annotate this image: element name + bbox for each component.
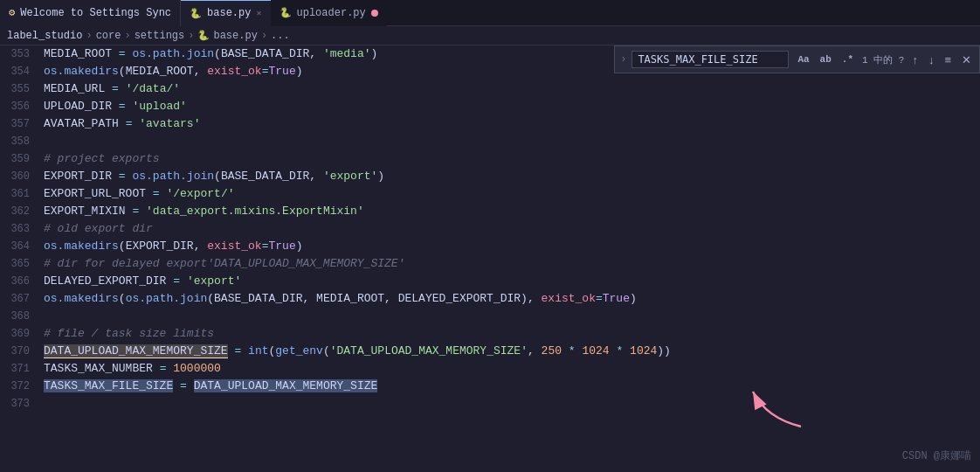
breadcrumb-part-3[interactable]: settings bbox=[135, 30, 185, 42]
tab-uploader-py[interactable]: 🐍 uploader.py bbox=[271, 0, 387, 26]
tab-welcome[interactable]: ⚙ Welcome to Settings Sync bbox=[0, 0, 181, 26]
find-prev-btn[interactable]: ↑ bbox=[909, 53, 921, 66]
table-row: 358 bbox=[0, 133, 980, 150]
table-row: 355 MEDIA_URL = '/data/' bbox=[0, 80, 980, 98]
table-row: 371 TASKS_MAX_NUMBER = 1000000 bbox=[0, 360, 980, 378]
breadcrumb-sep-4: › bbox=[261, 30, 267, 42]
breadcrumb-py-icon: 🐍 bbox=[197, 30, 210, 41]
breadcrumb-part-2[interactable]: core bbox=[96, 30, 121, 42]
tab-uploader-py-label: uploader.py bbox=[297, 7, 366, 19]
find-regex[interactable]: .* bbox=[839, 52, 857, 66]
find-input[interactable] bbox=[631, 51, 789, 68]
table-row: 368 bbox=[0, 308, 980, 325]
breadcrumb-sep-3: › bbox=[188, 30, 194, 42]
code-editor[interactable]: 353 MEDIA_ROOT = os.path.join(BASE_DATA_… bbox=[0, 45, 980, 472]
breadcrumb: label_studio › core › settings › 🐍 base.… bbox=[0, 26, 980, 45]
find-chevron: › bbox=[620, 53, 626, 66]
find-next-btn[interactable]: ↓ bbox=[926, 53, 937, 66]
find-case-sensitive[interactable]: Aa bbox=[794, 52, 812, 66]
table-row: 373 bbox=[0, 395, 980, 413]
find-close-btn[interactable]: ✕ bbox=[959, 53, 974, 66]
breadcrumb-sep-2: › bbox=[124, 30, 130, 42]
table-row: 365 # dir for delayed export'DATA_UPLOAD… bbox=[0, 255, 980, 273]
tab-base-py-label: base.py bbox=[207, 7, 251, 19]
table-row: 370 DATA_UPLOAD_MAX_MEMORY_SIZE = int(ge… bbox=[0, 343, 980, 360]
find-list-btn[interactable]: ≡ bbox=[942, 53, 954, 66]
welcome-icon: ⚙ bbox=[9, 6, 15, 19]
breadcrumb-part-5: ... bbox=[271, 30, 290, 42]
table-row: 359 # project exports bbox=[0, 150, 980, 168]
tab-welcome-label: Welcome to Settings Sync bbox=[20, 7, 171, 19]
table-row: 362 EXPORT_MIXIN = 'data_export.mixins.E… bbox=[0, 203, 980, 220]
table-row: 364 os.makedirs(EXPORT_DIR, exist_ok=Tru… bbox=[0, 238, 980, 255]
table-row: 363 # old export dir bbox=[0, 220, 980, 238]
close-tab-base-py[interactable]: ✕ bbox=[256, 8, 261, 18]
code-lines: 353 MEDIA_ROOT = os.path.join(BASE_DATA_… bbox=[0, 45, 980, 413]
table-row: 372 TASKS_MAX_FILE_SIZE = DATA_UPLOAD_MA… bbox=[0, 378, 980, 395]
table-row: 367 os.makedirs(os.path.join(BASE_DATA_D… bbox=[0, 290, 980, 308]
tab-bar: ⚙ Welcome to Settings Sync 🐍 base.py ✕ 🐍… bbox=[0, 0, 980, 26]
table-row: 357 AVATAR_PATH = 'avatars' bbox=[0, 115, 980, 133]
python-icon-1: 🐍 bbox=[190, 8, 202, 19]
table-row: 369 # file / task size limits bbox=[0, 325, 980, 343]
breadcrumb-part-4[interactable]: base.py bbox=[213, 30, 257, 42]
python-icon-2: 🐍 bbox=[280, 7, 292, 18]
table-row: 356 UPLOAD_DIR = 'upload' bbox=[0, 98, 980, 115]
table-row: 361 EXPORT_URL_ROOT = '/export/' bbox=[0, 185, 980, 203]
breadcrumb-sep-1: › bbox=[86, 30, 92, 42]
editor-container: › Aa ab .* 1 中的 ? ↑ ↓ ≡ ✕ 353 MEDIA_ROOT… bbox=[0, 45, 980, 472]
table-row: 360 EXPORT_DIR = os.path.join(BASE_DATA_… bbox=[0, 168, 980, 185]
breadcrumb-part-1[interactable]: label_studio bbox=[7, 30, 82, 42]
watermark: CSDN @康娜喵 bbox=[902, 448, 971, 463]
find-options: Aa ab .* bbox=[794, 52, 857, 66]
arrow-annotation bbox=[740, 383, 810, 439]
modified-dot bbox=[371, 10, 378, 17]
find-whole-word[interactable]: ab bbox=[817, 52, 835, 66]
find-bar: › Aa ab .* 1 中的 ? ↑ ↓ ≡ ✕ bbox=[614, 45, 980, 73]
tab-base-py[interactable]: 🐍 base.py ✕ bbox=[181, 0, 270, 26]
find-count: 1 中的 ? bbox=[862, 53, 904, 66]
table-row: 366 DELAYED_EXPORT_DIR = 'export' bbox=[0, 273, 980, 290]
